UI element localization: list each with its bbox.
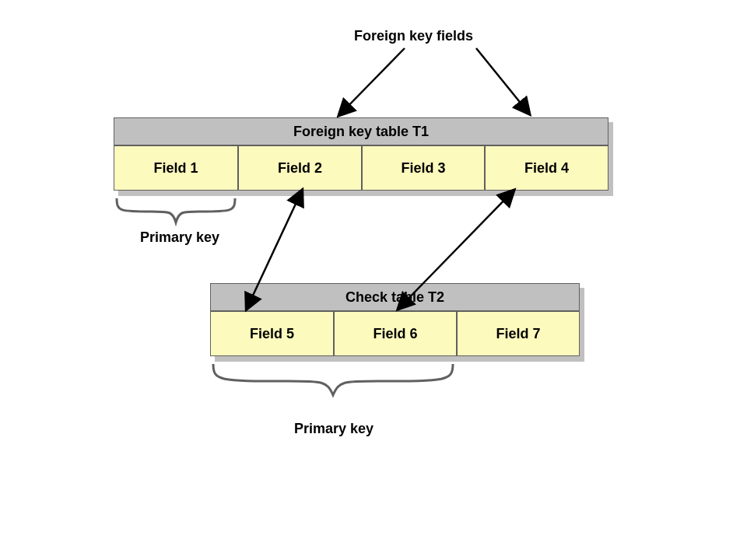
table-t1-title: Foreign key table T1 (293, 124, 429, 140)
brace-t2 (213, 364, 453, 395)
t1-field-2: Field 2 (238, 145, 362, 191)
t2-field-7-label: Field 7 (496, 326, 540, 342)
t1-field-2-label: Field 2 (278, 160, 322, 177)
t2-field-5-label: Field 5 (250, 326, 294, 342)
t1-field-1: Field 1 (114, 145, 238, 191)
arrow-top-left (339, 48, 405, 115)
primary-key-t2-label: Primary key (294, 421, 374, 437)
table-t1-header: Foreign key table T1 (114, 117, 608, 145)
table-t2-header: Check table T2 (210, 283, 580, 311)
t1-field-4-label: Field 4 (524, 160, 569, 177)
t1-field-1-label: Field 1 (153, 160, 198, 177)
t2-field-5: Field 5 (210, 311, 334, 356)
table-t2-title: Check table T2 (345, 289, 444, 306)
foreign-key-fields-label: Foreign key fields (354, 28, 473, 44)
brace-t1 (117, 198, 235, 222)
primary-key-t1-label: Primary key (140, 229, 219, 246)
t1-field-3: Field 3 (362, 145, 485, 191)
t2-field-6: Field 6 (334, 311, 457, 356)
t2-field-6-label: Field 6 (373, 326, 417, 342)
diagram-connectors (0, 0, 747, 560)
t1-field-4: Field 4 (485, 145, 608, 191)
t2-field-7: Field 7 (457, 311, 580, 356)
arrow-top-right (476, 48, 529, 114)
t1-field-3-label: Field 3 (401, 160, 445, 177)
